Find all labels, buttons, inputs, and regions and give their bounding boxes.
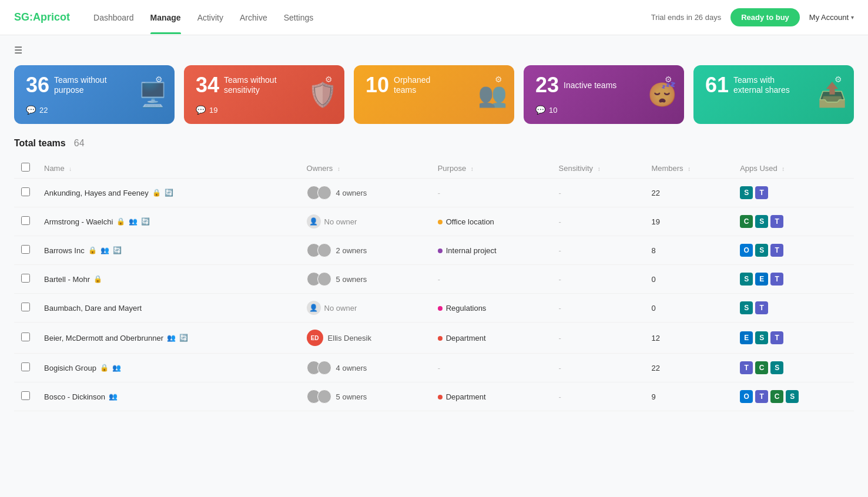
calendar-icon: C <box>740 215 753 228</box>
stat-card-external: 61 Teams with external shares ⚙ 📤 <box>693 65 854 124</box>
owner-cell: 5 owners <box>307 272 424 286</box>
team-name[interactable]: Ankunding, Hayes and Feeney🔒🔄 <box>44 189 293 197</box>
row-checkbox[interactable] <box>21 216 30 225</box>
owner-cell: 2 owners <box>307 243 424 257</box>
th-apps-used[interactable]: Apps Used ↕ <box>733 158 854 179</box>
teams-icon: T <box>770 244 783 257</box>
stat-card-inactive: 23 Inactive teams ⚙ 💬 10 😴 <box>524 65 684 124</box>
trial-text: Trial ends in 26 days <box>651 13 721 22</box>
purpose-label: Office location <box>446 217 494 226</box>
th-purpose[interactable]: Purpose ↕ <box>431 158 552 179</box>
purpose-empty: - <box>438 189 440 197</box>
card-number: 61 <box>705 75 729 96</box>
sort-icon: ↕ <box>471 166 474 172</box>
nav-right: Trial ends in 26 days Ready to buy My Ac… <box>651 8 854 26</box>
row-checkbox[interactable] <box>21 391 30 400</box>
purpose-label: Internal project <box>446 246 497 255</box>
filter-icon[interactable]: ☰ <box>14 45 22 56</box>
avatar <box>317 361 331 375</box>
th-name[interactable]: Name ↓ <box>37 158 300 179</box>
th-sensitivity[interactable]: Sensitivity ↕ <box>552 158 645 179</box>
main-content: ☰ 36 Teams without purpose ⚙ 💬 22 🖥️ 34 <box>0 35 868 421</box>
row-checkbox[interactable] <box>21 274 30 283</box>
refresh-icon: 🔄 <box>165 189 173 197</box>
lock-icon: 🔒 <box>93 275 102 283</box>
row-checkbox[interactable] <box>21 187 30 196</box>
row-checkbox[interactable] <box>21 333 30 341</box>
avatar-pair <box>307 389 331 404</box>
logo-sg: SG: <box>14 11 33 23</box>
sensitivity-value: - <box>559 275 561 284</box>
stat-card-purpose: 36 Teams without purpose ⚙ 💬 22 🖥️ <box>14 65 175 124</box>
team-name[interactable]: Bartell - Mohr🔒 <box>44 275 293 284</box>
nav-manage[interactable]: Manage <box>150 8 181 27</box>
nav-archive[interactable]: Archive <box>240 8 267 27</box>
member-count: 22 <box>651 189 659 197</box>
card-number-title: 34 Teams without sensitivity <box>196 75 283 96</box>
table-header-row: Total teams 64 <box>14 138 854 149</box>
purpose-dot <box>438 306 443 311</box>
th-owners[interactable]: Owners ↕ <box>300 158 431 179</box>
teams-icon: T <box>755 186 768 199</box>
row-checkbox[interactable] <box>21 362 30 371</box>
purpose-indicator: Internal project <box>438 246 497 255</box>
owner-text: 5 owners <box>336 392 367 401</box>
purpose-label: Regulations <box>446 304 487 313</box>
card-number: 36 <box>26 75 49 96</box>
exchange-icon: E <box>755 273 768 286</box>
sensitivity-value: - <box>559 246 561 255</box>
nav-settings[interactable]: Settings <box>284 8 314 27</box>
sharepoint-icon: S <box>740 273 753 286</box>
logo-apricot: Apricot <box>33 11 70 23</box>
teams-icon: T <box>755 301 768 314</box>
sort-icon: ↕ <box>688 166 691 172</box>
nav-activity[interactable]: Activity <box>197 8 223 27</box>
team-name[interactable]: Beier, McDermott and Oberbrunner👥🔄 <box>44 334 293 342</box>
sensitivity-value: - <box>559 334 561 342</box>
avatar: ED <box>307 330 323 346</box>
chevron-down-icon: ▾ <box>851 14 854 21</box>
purpose-dot <box>438 220 443 224</box>
purpose-label: Department <box>446 392 486 401</box>
sharepoint-icon: S <box>770 361 783 374</box>
card-number: 34 <box>196 75 219 96</box>
team-name[interactable]: Armstrong - Waelchi🔒👥🔄 <box>44 217 293 226</box>
th-members[interactable]: Members ↕ <box>644 158 733 179</box>
table-row: Armstrong - Waelchi🔒👥🔄👤No ownerOffice lo… <box>14 207 854 236</box>
ready-to-buy-button[interactable]: Ready to buy <box>730 8 800 26</box>
my-account-menu[interactable]: My Account ▾ <box>809 13 854 22</box>
no-owner-icon: 👤 <box>307 214 321 229</box>
team-name[interactable]: Baumbach, Dare and Mayert <box>44 304 293 313</box>
owner-text: 5 owners <box>336 275 367 284</box>
select-all-checkbox[interactable] <box>21 163 30 172</box>
row-checkbox[interactable] <box>21 245 30 254</box>
card-illustration: 👥 <box>478 81 507 109</box>
owner-text: 4 owners <box>336 364 367 372</box>
member-count: 9 <box>651 392 655 401</box>
sharepoint-icon: S <box>755 331 768 344</box>
sharepoint-icon: S <box>740 301 753 314</box>
card-illustration: 📤 <box>817 81 847 109</box>
team-name[interactable]: Bosco - Dickinson👥 <box>44 392 293 401</box>
member-count: 0 <box>651 304 655 313</box>
table-row: Ankunding, Hayes and Feeney🔒🔄 4 owners -… <box>14 179 854 207</box>
teams-icon: T <box>740 361 753 374</box>
card-number-title: 23 Inactive teams <box>535 75 616 96</box>
team-name[interactable]: Bogisich Group🔒👥 <box>44 364 293 372</box>
member-count: 19 <box>651 217 659 226</box>
group-icon: 👥 <box>100 246 109 254</box>
table-row: Bartell - Mohr🔒 5 owners --0SET <box>14 265 854 294</box>
table-row: Barrows Inc🔒👥🔄 2 owners Internal project… <box>14 236 854 265</box>
avatar <box>317 186 331 200</box>
nav-dashboard[interactable]: Dashboard <box>93 8 134 27</box>
sort-icon: ↕ <box>598 166 601 172</box>
card-badge: 22 <box>39 106 48 115</box>
owner-text: 2 owners <box>336 246 367 255</box>
purpose-indicator: Department <box>438 334 486 342</box>
navbar: SG:Apricot Dashboard Manage Activity Arc… <box>0 0 868 35</box>
row-checkbox[interactable] <box>21 303 30 311</box>
app-icons: SET <box>740 273 847 286</box>
card-number: 10 <box>366 75 389 96</box>
team-name[interactable]: Barrows Inc🔒👥🔄 <box>44 246 293 255</box>
owner-cell: 5 owners <box>307 389 424 404</box>
